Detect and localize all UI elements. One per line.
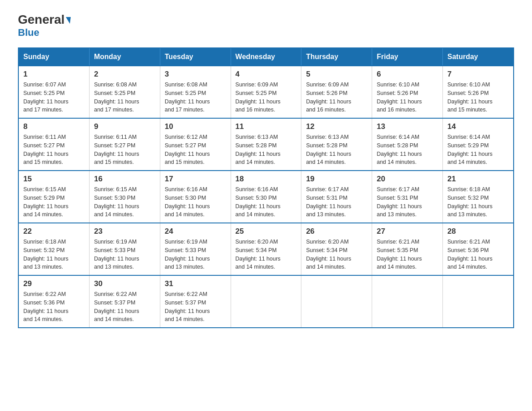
day-info: Sunrise: 6:22 AM Sunset: 5:37 PM Dayligh… [165, 290, 226, 324]
day-info: Sunrise: 6:10 AM Sunset: 5:26 PM Dayligh… [447, 81, 509, 114]
calendar-cell: 26 Sunrise: 6:20 AM Sunset: 5:34 PM Dayl… [301, 223, 372, 275]
day-info: Sunrise: 6:12 AM Sunset: 5:27 PM Dayligh… [165, 133, 226, 167]
calendar-cell: 1 Sunrise: 6:07 AM Sunset: 5:25 PM Dayli… [18, 66, 89, 118]
header-thursday: Thursday [301, 48, 372, 66]
calendar-cell: 25 Sunrise: 6:20 AM Sunset: 5:34 PM Dayl… [231, 223, 301, 275]
calendar-cell [301, 275, 372, 328]
calendar-cell: 30 Sunrise: 6:22 AM Sunset: 5:37 PM Dayl… [89, 275, 160, 328]
day-number: 21 [447, 175, 509, 184]
day-info: Sunrise: 6:08 AM Sunset: 5:25 PM Dayligh… [94, 81, 155, 114]
calendar-cell: 12 Sunrise: 6:13 AM Sunset: 5:28 PM Dayl… [301, 118, 372, 171]
page-header: General Blue [18, 13, 514, 39]
day-number: 1 [23, 70, 85, 79]
day-number: 12 [306, 122, 367, 131]
week-row-2: 8 Sunrise: 6:11 AM Sunset: 5:27 PM Dayli… [18, 118, 514, 171]
header-friday: Friday [372, 48, 443, 66]
calendar-cell: 6 Sunrise: 6:10 AM Sunset: 5:26 PM Dayli… [372, 66, 443, 118]
day-number: 11 [236, 122, 297, 131]
day-info: Sunrise: 6:09 AM Sunset: 5:26 PM Dayligh… [306, 81, 367, 114]
calendar-cell: 18 Sunrise: 6:16 AM Sunset: 5:30 PM Dayl… [231, 171, 301, 223]
day-info: Sunrise: 6:07 AM Sunset: 5:25 PM Dayligh… [23, 81, 85, 114]
calendar-cell: 23 Sunrise: 6:19 AM Sunset: 5:33 PM Dayl… [89, 223, 160, 275]
day-number: 31 [165, 279, 226, 288]
calendar-cell: 15 Sunrise: 6:15 AM Sunset: 5:29 PM Dayl… [18, 171, 89, 223]
calendar-cell: 22 Sunrise: 6:18 AM Sunset: 5:32 PM Dayl… [18, 223, 89, 275]
day-number: 8 [23, 122, 85, 131]
day-info: Sunrise: 6:11 AM Sunset: 5:27 PM Dayligh… [23, 133, 85, 167]
calendar-cell: 14 Sunrise: 6:14 AM Sunset: 5:29 PM Dayl… [443, 118, 514, 171]
calendar-cell: 19 Sunrise: 6:17 AM Sunset: 5:31 PM Dayl… [301, 171, 372, 223]
day-number: 26 [306, 227, 367, 236]
calendar-cell [231, 275, 301, 328]
day-info: Sunrise: 6:09 AM Sunset: 5:25 PM Dayligh… [236, 81, 297, 114]
logo-blue: Blue [18, 27, 39, 39]
day-number: 20 [377, 175, 438, 184]
day-info: Sunrise: 6:21 AM Sunset: 5:36 PM Dayligh… [447, 238, 509, 271]
day-number: 10 [165, 122, 226, 131]
day-number: 14 [447, 122, 509, 131]
day-info: Sunrise: 6:15 AM Sunset: 5:29 PM Dayligh… [23, 185, 85, 219]
header-sunday: Sunday [18, 48, 89, 66]
day-info: Sunrise: 6:08 AM Sunset: 5:25 PM Dayligh… [165, 81, 226, 114]
calendar-cell: 17 Sunrise: 6:16 AM Sunset: 5:30 PM Dayl… [160, 171, 231, 223]
calendar-cell: 20 Sunrise: 6:17 AM Sunset: 5:31 PM Dayl… [372, 171, 443, 223]
day-info: Sunrise: 6:14 AM Sunset: 5:29 PM Dayligh… [447, 133, 509, 167]
day-info: Sunrise: 6:15 AM Sunset: 5:30 PM Dayligh… [94, 185, 155, 219]
day-number: 7 [447, 70, 509, 79]
day-info: Sunrise: 6:22 AM Sunset: 5:36 PM Dayligh… [23, 290, 85, 324]
day-info: Sunrise: 6:20 AM Sunset: 5:34 PM Dayligh… [306, 238, 367, 271]
calendar-header: SundayMondayTuesdayWednesdayThursdayFrid… [18, 48, 514, 66]
calendar-cell: 29 Sunrise: 6:22 AM Sunset: 5:36 PM Dayl… [18, 275, 89, 328]
week-row-5: 29 Sunrise: 6:22 AM Sunset: 5:36 PM Dayl… [18, 275, 514, 328]
day-info: Sunrise: 6:17 AM Sunset: 5:31 PM Dayligh… [306, 185, 367, 219]
day-number: 24 [165, 227, 226, 236]
calendar-cell: 2 Sunrise: 6:08 AM Sunset: 5:25 PM Dayli… [89, 66, 160, 118]
calendar-cell: 8 Sunrise: 6:11 AM Sunset: 5:27 PM Dayli… [18, 118, 89, 171]
day-info: Sunrise: 6:19 AM Sunset: 5:33 PM Dayligh… [165, 238, 226, 271]
day-number: 22 [23, 227, 85, 236]
day-number: 6 [377, 70, 438, 79]
calendar-cell: 3 Sunrise: 6:08 AM Sunset: 5:25 PM Dayli… [160, 66, 231, 118]
calendar-cell: 28 Sunrise: 6:21 AM Sunset: 5:36 PM Dayl… [443, 223, 514, 275]
logo: General Blue [18, 13, 71, 39]
week-row-1: 1 Sunrise: 6:07 AM Sunset: 5:25 PM Dayli… [18, 66, 514, 118]
calendar-cell: 11 Sunrise: 6:13 AM Sunset: 5:28 PM Dayl… [231, 118, 301, 171]
header-wednesday: Wednesday [231, 48, 301, 66]
calendar-cell: 31 Sunrise: 6:22 AM Sunset: 5:37 PM Dayl… [160, 275, 231, 328]
day-number: 25 [236, 227, 297, 236]
calendar-body: 1 Sunrise: 6:07 AM Sunset: 5:25 PM Dayli… [18, 66, 514, 328]
day-number: 4 [236, 70, 297, 79]
day-number: 19 [306, 175, 367, 184]
calendar-cell [443, 275, 514, 328]
calendar-cell [372, 275, 443, 328]
day-info: Sunrise: 6:20 AM Sunset: 5:34 PM Dayligh… [236, 238, 297, 271]
header-row: SundayMondayTuesdayWednesdayThursdayFrid… [18, 48, 514, 66]
day-number: 27 [377, 227, 438, 236]
week-row-3: 15 Sunrise: 6:15 AM Sunset: 5:29 PM Dayl… [18, 171, 514, 223]
day-number: 30 [94, 279, 155, 288]
calendar-cell: 27 Sunrise: 6:21 AM Sunset: 5:35 PM Dayl… [372, 223, 443, 275]
day-number: 3 [165, 70, 226, 79]
day-info: Sunrise: 6:13 AM Sunset: 5:28 PM Dayligh… [306, 133, 367, 167]
header-saturday: Saturday [443, 48, 514, 66]
calendar-cell: 10 Sunrise: 6:12 AM Sunset: 5:27 PM Dayl… [160, 118, 231, 171]
calendar-cell: 21 Sunrise: 6:18 AM Sunset: 5:32 PM Dayl… [443, 171, 514, 223]
logo-text: General [18, 13, 71, 26]
calendar-table: SundayMondayTuesdayWednesdayThursdayFrid… [18, 47, 514, 328]
calendar-cell: 16 Sunrise: 6:15 AM Sunset: 5:30 PM Dayl… [89, 171, 160, 223]
day-info: Sunrise: 6:13 AM Sunset: 5:28 PM Dayligh… [236, 133, 297, 167]
day-info: Sunrise: 6:10 AM Sunset: 5:26 PM Dayligh… [377, 81, 438, 114]
day-info: Sunrise: 6:21 AM Sunset: 5:35 PM Dayligh… [377, 238, 438, 271]
day-info: Sunrise: 6:16 AM Sunset: 5:30 PM Dayligh… [165, 185, 226, 219]
calendar-cell: 5 Sunrise: 6:09 AM Sunset: 5:26 PM Dayli… [301, 66, 372, 118]
day-info: Sunrise: 6:22 AM Sunset: 5:37 PM Dayligh… [94, 290, 155, 324]
day-number: 18 [236, 175, 297, 184]
day-number: 9 [94, 122, 155, 131]
header-monday: Monday [89, 48, 160, 66]
day-number: 13 [377, 122, 438, 131]
day-number: 17 [165, 175, 226, 184]
day-info: Sunrise: 6:16 AM Sunset: 5:30 PM Dayligh… [236, 185, 297, 219]
calendar-cell: 7 Sunrise: 6:10 AM Sunset: 5:26 PM Dayli… [443, 66, 514, 118]
day-number: 15 [23, 175, 85, 184]
header-tuesday: Tuesday [160, 48, 231, 66]
